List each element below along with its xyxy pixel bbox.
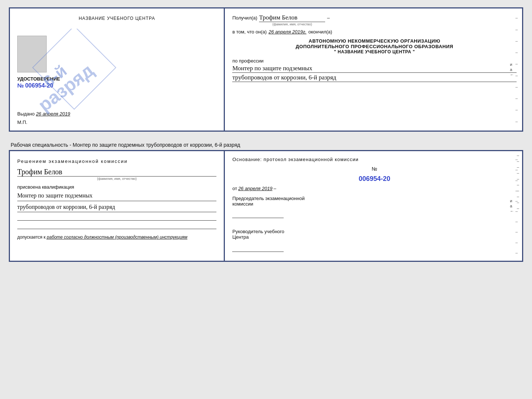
bottom-right-letters: и а ← — [510, 199, 514, 213]
dopusk-line: допускается к работе согласно должностны… — [17, 235, 216, 240]
top-right-dashes: – – – – – – – – – – — [515, 8, 519, 131]
resheniem-title: Решением экзаменационной комиссии — [17, 158, 216, 164]
vtom-date: 26 апреля 2019г. — [269, 29, 306, 35]
kvalf-line2: трубопроводов от коррозии, 6-й разряд — [17, 202, 216, 213]
vtom-prefix: в том, что он(а) — [232, 29, 266, 35]
top-certificate: НАЗВАНИЕ УЧЕБНОГО ЦЕНТРА 6-й разряд УДОС… — [9, 7, 523, 132]
issued-line: Выдано 26 апреля 2019 — [17, 111, 216, 117]
cert-top-left: НАЗВАНИЕ УЧЕБНОГО ЦЕНТРА 6-й разряд УДОС… — [10, 8, 225, 131]
org-line1: АВТОНОМНУЮ НЕКОММЕРЧЕСКУЮ ОРГАНИЗАЦИЮ — [232, 38, 517, 44]
issued-prefix: Выдано — [17, 111, 35, 117]
predsedatel-line1: Председатель экзаменационной — [232, 196, 517, 201]
bottom-name-sub: (фамилия, имя, отчество) — [17, 177, 216, 181]
page-wrapper: НАЗВАНИЕ УЧЕБНОГО ЦЕНТРА 6-й разряд УДОС… — [9, 7, 523, 262]
poluchil-sub: (фамилия, имя, отчество) — [259, 22, 325, 26]
cert-top-title: НАЗВАНИЕ УЧЕБНОГО ЦЕНТРА — [17, 16, 216, 21]
cert-doc-type: УДОСТОВЕРЕНИЕ — [17, 76, 216, 82]
prisvoena: присвоена квалификация — [17, 184, 216, 190]
osnovaniye: Основание: протокол экзаменационной коми… — [232, 157, 517, 162]
ot-prefix: от — [232, 186, 237, 191]
org-block: АВТОНОМНУЮ НЕКОММЕРЧЕСКУЮ ОРГАНИЗАЦИЮ ДО… — [232, 38, 517, 54]
mp-line: М.П. — [17, 120, 216, 125]
cert-bottom-left: Решением экзаменационной комиссии Трофим… — [10, 151, 225, 261]
cert-top-right: – – – – – – – – – – и а ← Получил(а) Тро… — [225, 8, 522, 131]
rukovoditel-sig-line — [232, 245, 284, 252]
blank-line-1 — [17, 214, 216, 221]
org-name: " НАЗВАНИЕ УЧЕБНОГО ЦЕНТРА " — [232, 49, 517, 54]
vtom-line: в том, что он(а) 26 апреля 2019г. окончи… — [232, 29, 517, 35]
vtom-suffix: окончил(а) — [308, 29, 332, 35]
ot-date: 26 апреля 2019 — [238, 186, 272, 191]
rukovoditel-line1: Руководитель учебного — [232, 229, 517, 234]
org-line2: ДОПОЛНИТЕЛЬНОГО ПРОФЕССИОНАЛЬНОГО ОБРАЗО… — [232, 44, 517, 49]
poluchil-label: Получил(а) — [232, 15, 257, 21]
cert-doc-num: № 006954-20 — [17, 82, 216, 89]
bottom-certificate: Решением экзаменационной комиссии Трофим… — [9, 150, 523, 262]
right-letters: и а ← — [510, 62, 514, 77]
predsedatel-line2: комиссии — [232, 201, 517, 207]
cert-doc-num-value: 006954-20 — [25, 82, 53, 89]
cert-bottom-right: – – – – – – – – – – и а ← Основание: про… — [225, 151, 522, 261]
cert-doc-num-prefix: № — [17, 82, 24, 89]
poluchil-line: Получил(а) Трофим Белов (фамилия, имя, о… — [232, 14, 517, 26]
ot-line: от 26 апреля 2019 – — [232, 186, 517, 191]
dopusk-text: работе согласно должностным (производств… — [47, 235, 187, 240]
middle-text: Рабочая специальность - Монтер по защите… — [9, 139, 523, 150]
protocol-num: 006954-20 — [232, 175, 517, 183]
photo-placeholder — [17, 36, 47, 72]
bottom-name: Трофим Белов — [17, 168, 216, 177]
dopusk-label: допускается к — [17, 235, 46, 240]
predsedatel-sig-line — [232, 211, 284, 218]
po-professii-label: по профессии — [232, 58, 263, 64]
profession-line2: трубопроводов от коррозии, 6-й разряд — [232, 74, 517, 82]
rukovoditel-line2: Центра — [232, 234, 517, 240]
profession-line1: Монтер по защите подземных — [232, 65, 517, 73]
rukovoditel: Руководитель учебного Центра — [232, 229, 517, 240]
blank-line-2 — [17, 222, 216, 229]
predsedatel: Председатель экзаменационной комиссии — [232, 196, 517, 207]
poluchil-name: Трофим Белов — [259, 14, 325, 22]
right-dashes-col: – – – – – – – – – – — [517, 153, 519, 210]
kvalf-line1: Монтер по защите подземных — [17, 191, 216, 201]
protocol-num-prefix: № — [372, 166, 377, 172]
po-professii: по профессии — [232, 58, 517, 64]
issued-date: 26 апреля 2019 — [36, 111, 70, 117]
